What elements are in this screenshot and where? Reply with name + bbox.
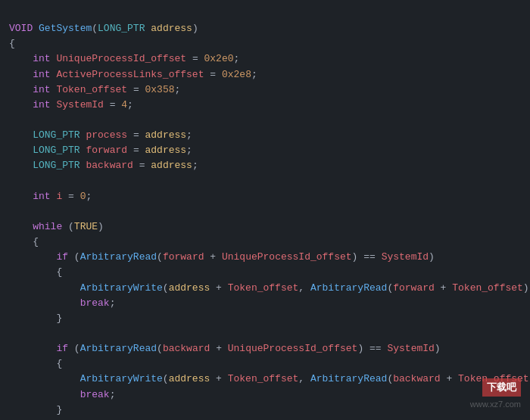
watermark-url: www.xz7.com	[470, 398, 521, 411]
watermark: 下载吧 www.xz7.com	[470, 378, 521, 411]
watermark-logo: 下载吧	[482, 378, 521, 397]
code-block: VOID GetSystem(LONG_PTR address) { int U…	[0, 0, 530, 420]
